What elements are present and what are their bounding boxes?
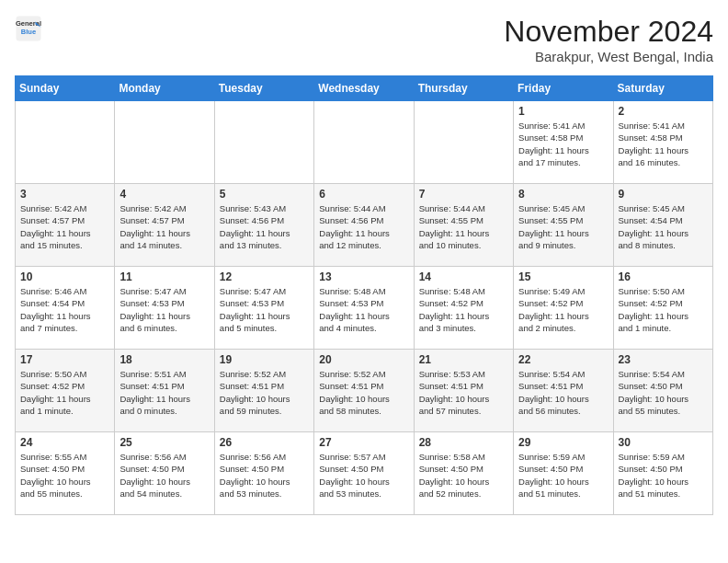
day-number: 1 xyxy=(518,105,608,118)
calendar-table: SundayMondayTuesdayWednesdayThursdayFrid… xyxy=(15,75,713,515)
cell-content: Sunrise: 5:44 AMSunset: 4:55 PMDaylight:… xyxy=(419,202,508,251)
calendar-cell: 24Sunrise: 5:55 AMSunset: 4:50 PMDayligh… xyxy=(16,432,115,515)
calendar-cell: 16Sunrise: 5:50 AMSunset: 4:52 PMDayligh… xyxy=(613,267,712,350)
day-number: 2 xyxy=(619,105,708,118)
day-number: 13 xyxy=(319,270,408,283)
calendar-cell: 2Sunrise: 5:41 AMSunset: 4:58 PMDaylight… xyxy=(613,101,712,184)
calendar-cell: 17Sunrise: 5:50 AMSunset: 4:52 PMDayligh… xyxy=(16,350,115,432)
day-number: 9 xyxy=(619,188,708,201)
day-number: 11 xyxy=(119,270,209,283)
calendar-cell xyxy=(314,101,414,184)
day-number: 7 xyxy=(419,188,508,201)
day-number: 6 xyxy=(319,188,408,201)
logo-icon: General Blue xyxy=(15,15,42,42)
calendar-cell: 15Sunrise: 5:49 AMSunset: 4:52 PMDayligh… xyxy=(514,267,613,350)
calendar-cell: 18Sunrise: 5:51 AMSunset: 4:51 PMDayligh… xyxy=(115,350,214,432)
calendar-cell: 25Sunrise: 5:56 AMSunset: 4:50 PMDayligh… xyxy=(115,432,214,515)
cell-content: Sunrise: 5:42 AMSunset: 4:57 PMDaylight:… xyxy=(119,202,209,251)
weekday-header: Friday xyxy=(514,76,613,101)
header: General Blue November 2024 Barakpur, Wes… xyxy=(15,15,713,64)
day-number: 12 xyxy=(220,270,309,283)
logo: General Blue xyxy=(15,15,42,42)
calendar-cell: 30Sunrise: 5:59 AMSunset: 4:50 PMDayligh… xyxy=(613,432,712,515)
cell-content: Sunrise: 5:53 AMSunset: 4:51 PMDaylight:… xyxy=(419,368,508,417)
day-number: 15 xyxy=(518,270,608,283)
day-number: 10 xyxy=(20,270,109,283)
cell-content: Sunrise: 5:45 AMSunset: 4:54 PMDaylight:… xyxy=(619,202,708,251)
cell-content: Sunrise: 5:52 AMSunset: 4:51 PMDaylight:… xyxy=(220,368,309,417)
calendar-cell: 8Sunrise: 5:45 AMSunset: 4:55 PMDaylight… xyxy=(514,184,613,267)
calendar-cell: 14Sunrise: 5:48 AMSunset: 4:52 PMDayligh… xyxy=(414,267,513,350)
cell-content: Sunrise: 5:48 AMSunset: 4:53 PMDaylight:… xyxy=(319,285,408,334)
cell-content: Sunrise: 5:45 AMSunset: 4:55 PMDaylight:… xyxy=(518,202,608,251)
day-number: 29 xyxy=(518,436,608,449)
day-number: 16 xyxy=(619,270,708,283)
calendar-cell: 5Sunrise: 5:43 AMSunset: 4:56 PMDaylight… xyxy=(214,184,313,267)
day-number: 18 xyxy=(119,353,209,366)
calendar-cell: 22Sunrise: 5:54 AMSunset: 4:51 PMDayligh… xyxy=(514,350,613,432)
cell-content: Sunrise: 5:50 AMSunset: 4:52 PMDaylight:… xyxy=(20,368,109,417)
cell-content: Sunrise: 5:57 AMSunset: 4:50 PMDaylight:… xyxy=(319,451,408,500)
calendar-cell: 26Sunrise: 5:56 AMSunset: 4:50 PMDayligh… xyxy=(214,432,313,515)
calendar-cell: 23Sunrise: 5:54 AMSunset: 4:50 PMDayligh… xyxy=(613,350,712,432)
day-number: 19 xyxy=(220,353,309,366)
calendar-cell: 12Sunrise: 5:47 AMSunset: 4:53 PMDayligh… xyxy=(214,267,313,350)
cell-content: Sunrise: 5:55 AMSunset: 4:50 PMDaylight:… xyxy=(20,451,109,500)
cell-content: Sunrise: 5:59 AMSunset: 4:50 PMDaylight:… xyxy=(619,451,708,500)
calendar-week-row: 1Sunrise: 5:41 AMSunset: 4:58 PMDaylight… xyxy=(16,101,713,184)
day-number: 28 xyxy=(419,436,508,449)
weekday-header: Tuesday xyxy=(214,76,313,101)
weekday-header: Sunday xyxy=(16,76,115,101)
day-number: 25 xyxy=(119,436,209,449)
calendar-cell: 29Sunrise: 5:59 AMSunset: 4:50 PMDayligh… xyxy=(514,432,613,515)
calendar-cell: 4Sunrise: 5:42 AMSunset: 4:57 PMDaylight… xyxy=(115,184,214,267)
cell-content: Sunrise: 5:44 AMSunset: 4:56 PMDaylight:… xyxy=(319,202,408,251)
day-number: 14 xyxy=(419,270,508,283)
cell-content: Sunrise: 5:42 AMSunset: 4:57 PMDaylight:… xyxy=(20,202,109,251)
cell-content: Sunrise: 5:46 AMSunset: 4:54 PMDaylight:… xyxy=(20,285,109,334)
svg-text:Blue: Blue xyxy=(21,28,36,36)
day-number: 3 xyxy=(20,188,109,201)
calendar-cell xyxy=(214,101,313,184)
cell-content: Sunrise: 5:43 AMSunset: 4:56 PMDaylight:… xyxy=(220,202,309,251)
cell-content: Sunrise: 5:49 AMSunset: 4:52 PMDaylight:… xyxy=(518,285,608,334)
day-number: 4 xyxy=(119,188,209,201)
day-number: 23 xyxy=(619,353,708,366)
day-number: 8 xyxy=(518,188,608,201)
cell-content: Sunrise: 5:54 AMSunset: 4:50 PMDaylight:… xyxy=(619,368,708,417)
title-area: November 2024 Barakpur, West Bengal, Ind… xyxy=(504,15,713,64)
cell-content: Sunrise: 5:50 AMSunset: 4:52 PMDaylight:… xyxy=(619,285,708,334)
cell-content: Sunrise: 5:56 AMSunset: 4:50 PMDaylight:… xyxy=(119,451,209,500)
calendar-cell: 9Sunrise: 5:45 AMSunset: 4:54 PMDaylight… xyxy=(613,184,712,267)
calendar-cell: 21Sunrise: 5:53 AMSunset: 4:51 PMDayligh… xyxy=(414,350,513,432)
month-title: November 2024 xyxy=(504,15,713,49)
calendar-week-row: 24Sunrise: 5:55 AMSunset: 4:50 PMDayligh… xyxy=(16,432,713,515)
day-number: 5 xyxy=(220,188,309,201)
cell-content: Sunrise: 5:52 AMSunset: 4:51 PMDaylight:… xyxy=(319,368,408,417)
calendar-week-row: 17Sunrise: 5:50 AMSunset: 4:52 PMDayligh… xyxy=(16,350,713,432)
day-number: 30 xyxy=(619,436,708,449)
calendar-cell: 3Sunrise: 5:42 AMSunset: 4:57 PMDaylight… xyxy=(16,184,115,267)
day-number: 20 xyxy=(319,353,408,366)
cell-content: Sunrise: 5:41 AMSunset: 4:58 PMDaylight:… xyxy=(619,120,708,168)
calendar-cell: 1Sunrise: 5:41 AMSunset: 4:58 PMDaylight… xyxy=(514,101,613,184)
svg-text:General: General xyxy=(16,19,41,28)
day-number: 27 xyxy=(319,436,408,449)
calendar-header: SundayMondayTuesdayWednesdayThursdayFrid… xyxy=(16,76,713,101)
calendar-cell: 6Sunrise: 5:44 AMSunset: 4:56 PMDaylight… xyxy=(314,184,414,267)
calendar-cell xyxy=(115,101,214,184)
weekday-row: SundayMondayTuesdayWednesdayThursdayFrid… xyxy=(16,76,713,101)
calendar-cell: 10Sunrise: 5:46 AMSunset: 4:54 PMDayligh… xyxy=(16,267,115,350)
cell-content: Sunrise: 5:51 AMSunset: 4:51 PMDaylight:… xyxy=(119,368,209,417)
calendar-cell: 19Sunrise: 5:52 AMSunset: 4:51 PMDayligh… xyxy=(214,350,313,432)
cell-content: Sunrise: 5:56 AMSunset: 4:50 PMDaylight:… xyxy=(220,451,309,500)
calendar-week-row: 3Sunrise: 5:42 AMSunset: 4:57 PMDaylight… xyxy=(16,184,713,267)
location: Barakpur, West Bengal, India xyxy=(504,49,713,64)
calendar-cell: 28Sunrise: 5:58 AMSunset: 4:50 PMDayligh… xyxy=(414,432,513,515)
cell-content: Sunrise: 5:47 AMSunset: 4:53 PMDaylight:… xyxy=(119,285,209,334)
cell-content: Sunrise: 5:58 AMSunset: 4:50 PMDaylight:… xyxy=(419,451,508,500)
day-number: 17 xyxy=(20,353,109,366)
calendar-cell: 20Sunrise: 5:52 AMSunset: 4:51 PMDayligh… xyxy=(314,350,414,432)
cell-content: Sunrise: 5:48 AMSunset: 4:52 PMDaylight:… xyxy=(419,285,508,334)
calendar-cell: 7Sunrise: 5:44 AMSunset: 4:55 PMDaylight… xyxy=(414,184,513,267)
